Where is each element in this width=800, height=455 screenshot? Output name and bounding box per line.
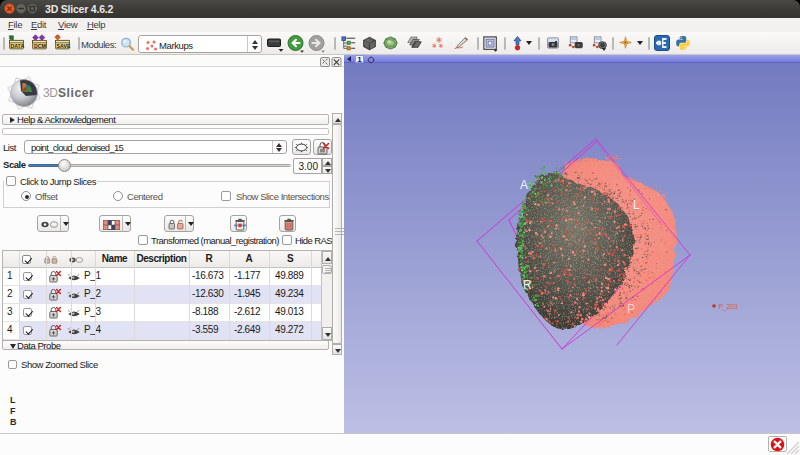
svg-text:DCM: DCM	[34, 43, 47, 49]
svg-text:P_203: P_203	[719, 303, 738, 311]
svg-text:3D: 3D	[43, 86, 58, 100]
svg-text:DATA: DATA	[10, 43, 24, 49]
svg-text:L: L	[633, 198, 640, 212]
svg-text:SAVE: SAVE	[57, 43, 71, 49]
svg-text:A: A	[520, 178, 528, 192]
svg-text:R: R	[523, 278, 532, 292]
svg-text:P: P	[627, 302, 635, 316]
svg-text:Slicer: Slicer	[58, 86, 94, 100]
